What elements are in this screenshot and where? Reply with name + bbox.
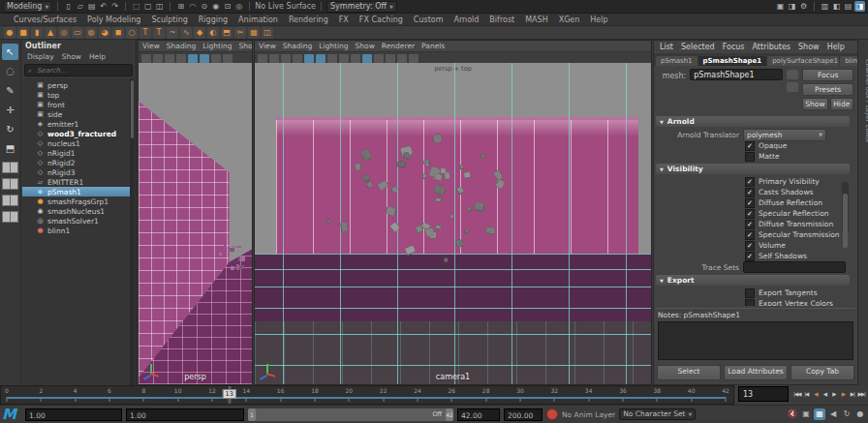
type-icon[interactable]: T: [153, 27, 165, 39]
node-name-field[interactable]: pSmashShape1: [690, 69, 783, 80]
notes-field[interactable]: [658, 321, 853, 360]
character-set-dropdown[interactable]: No Character Set ▼: [619, 408, 696, 420]
viewport-toolbar-icon[interactable]: [304, 54, 314, 63]
checkbox-row[interactable]: Self Shadows: [656, 251, 850, 261]
step-forward-key-button[interactable]: ▶: [839, 391, 849, 397]
checkbox[interactable]: [745, 188, 755, 197]
tool-settings-icon[interactable]: ▤: [843, 1, 853, 12]
checkbox[interactable]: [745, 220, 755, 229]
panel-menu-item[interactable]: View: [259, 42, 276, 50]
attribute-editor-menu-item[interactable]: Selected: [681, 43, 715, 51]
presets-button[interactable]: Presets: [802, 83, 853, 96]
shelf-tab[interactable]: XGen: [559, 15, 580, 24]
live-surface-label[interactable]: No Live Surface: [255, 2, 316, 11]
playback-start-field[interactable]: 1.00: [126, 408, 244, 421]
checkbox[interactable]: [745, 241, 755, 251]
checkbox-row[interactable]: Export Tangents: [656, 287, 850, 298]
outliner-item[interactable]: nRigid3: [22, 167, 135, 177]
shelf-tab[interactable]: FX: [339, 15, 349, 24]
animation-preferences-icon[interactable]: ▦: [814, 408, 825, 420]
nurbs-sphere-icon[interactable]: ◕: [99, 27, 110, 39]
outliner-menu-item[interactable]: Display: [27, 52, 54, 61]
paint-select-tool-icon[interactable]: ✎: [2, 82, 18, 99]
checkbox[interactable]: [745, 299, 755, 307]
focus-button[interactable]: Focus: [802, 69, 853, 81]
panel-menu-item[interactable]: View: [142, 42, 160, 50]
cube-icon[interactable]: ■: [17, 27, 29, 39]
outliner-item[interactable]: emitter1: [22, 119, 135, 129]
move-tool-icon[interactable]: ✛: [2, 102, 18, 118]
arnold-translator-dropdown[interactable]: polymesh ▼: [743, 129, 826, 141]
checkbox-row[interactable]: Diffuse Transmission: [656, 219, 850, 229]
speaker-muted-icon[interactable]: 🔇: [787, 408, 798, 420]
playback-end-field[interactable]: 42.00: [457, 408, 500, 421]
viewport-toolbar-icon[interactable]: [281, 54, 291, 63]
attribute-editor-menu-item[interactable]: Help: [827, 43, 845, 51]
viewport-toolbar-icon[interactable]: [374, 54, 384, 63]
pencil-curve-icon[interactable]: ∿: [180, 27, 192, 39]
checkbox-row[interactable]: Volume: [656, 240, 850, 251]
notes-icon[interactable]: [787, 82, 798, 92]
attribute-editor-tab[interactable]: pSmashShape1: [698, 56, 767, 66]
hypershade-icon[interactable]: ◧: [831, 1, 842, 12]
extrude-icon[interactable]: ⬒: [221, 27, 232, 39]
outliner-menu-item[interactable]: Show: [62, 52, 81, 61]
attribute-editor-tab[interactable]: pSmash1: [656, 56, 698, 66]
checkbox-row[interactable]: Specular Transmission: [656, 229, 850, 240]
attribute-editor-menu-item[interactable]: Show: [798, 43, 820, 51]
range-end-handle[interactable]: 42: [446, 408, 453, 421]
panel-menu-item[interactable]: Show: [239, 42, 252, 50]
record-icon[interactable]: ●: [854, 408, 866, 420]
viewport-toolbar-icon[interactable]: [153, 54, 163, 63]
shelf-tab[interactable]: Custom: [414, 15, 444, 24]
render-settings-icon[interactable]: ⚙: [798, 1, 809, 12]
outliner-item[interactable]: blinn1: [22, 226, 135, 235]
nurbs-circle-icon[interactable]: ○: [126, 27, 138, 39]
snap-point-icon[interactable]: ⊙: [199, 1, 209, 12]
step-back-frame-button[interactable]: |◀: [802, 391, 812, 397]
shelf-tab[interactable]: Animation: [238, 15, 278, 24]
undo-icon[interactable]: ↶: [98, 1, 108, 12]
loop-icon[interactable]: ↻: [841, 408, 852, 420]
save-scene-icon[interactable]: ▤: [86, 1, 97, 12]
modeling-toolkit-icon[interactable]: ▥: [820, 1, 830, 12]
viewport-toolbar-icon[interactable]: [339, 54, 349, 63]
cone-icon[interactable]: ▲: [45, 27, 56, 39]
layout-custom-button[interactable]: [2, 211, 18, 223]
attribute-editor-tab[interactable]: polySurfaceShape1: [767, 56, 839, 66]
viewport-toolbar-icon[interactable]: [200, 54, 209, 63]
checkbox-row[interactable]: Matte: [656, 151, 850, 162]
shelf-tab[interactable]: MASH: [525, 15, 547, 24]
outliner-item[interactable]: persp: [22, 80, 135, 90]
viewport-toolbar-icon[interactable]: [327, 54, 337, 63]
viewport-toolbar-icon[interactable]: [176, 54, 186, 63]
show-button[interactable]: Show: [802, 98, 827, 110]
go-to-start-button[interactable]: |◀◀: [792, 391, 802, 397]
outliner-item[interactable]: top: [22, 90, 135, 100]
checkbox[interactable]: [745, 198, 755, 208]
animation-start-field[interactable]: 1.00: [25, 408, 122, 421]
attribute-editor-menu-item[interactable]: Focus: [723, 43, 745, 51]
outliner-item[interactable]: nucleus1: [22, 138, 135, 148]
menu-set-dropdown[interactable]: Modeling ▼: [3, 1, 52, 13]
outliner-item[interactable]: nRigid2: [22, 158, 135, 167]
panel-menu-item[interactable]: Shading: [283, 42, 312, 50]
mirror-icon[interactable]: ◫: [262, 27, 273, 39]
pin-icon[interactable]: [787, 70, 798, 79]
outliner-item[interactable]: side: [22, 109, 135, 119]
torus-icon[interactable]: ◎: [58, 27, 70, 39]
section-header-visibility[interactable]: ▼ Visibility: [656, 164, 850, 174]
checkbox[interactable]: [745, 177, 755, 187]
checkbox-row[interactable]: Opaque: [656, 140, 850, 151]
select-object-icon[interactable]: ▢: [142, 1, 153, 12]
shelf-tab[interactable]: FX Caching: [359, 15, 403, 24]
outliner-item[interactable]: EMITTER1: [22, 177, 135, 187]
viewport-toolbar-icon[interactable]: [293, 54, 302, 63]
trace-sets-field[interactable]: [743, 261, 846, 273]
outliner-item[interactable]: smashNucleus1: [22, 206, 135, 216]
shelf-tab[interactable]: Poly Modeling: [87, 15, 140, 24]
panel-menu-item[interactable]: Lighting: [319, 42, 348, 50]
step-back-key-button[interactable]: ◀: [811, 391, 821, 397]
step-icon[interactable]: ◀: [827, 408, 839, 420]
channel-box-vertical-tab[interactable]: Channel Box / Layer Editor: [857, 40, 868, 385]
